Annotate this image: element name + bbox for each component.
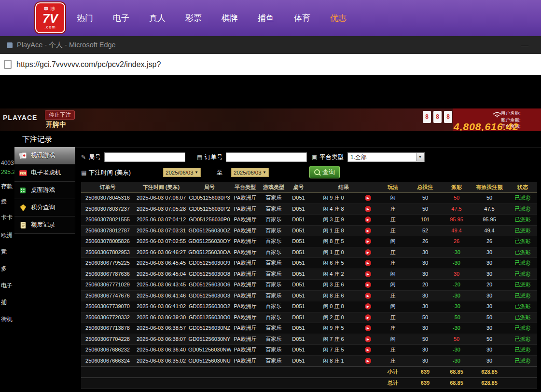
menu-item-credit-records[interactable]: 额度记录 bbox=[14, 216, 75, 234]
svg-text:777: 777 bbox=[20, 172, 26, 175]
cell-play: 闲 bbox=[378, 334, 408, 345]
cell-platform: PA欧洲厅 bbox=[231, 215, 260, 225]
date-to-field[interactable]: 2025/06/03 ▼ bbox=[231, 168, 269, 177]
replay-button[interactable]: ▶ bbox=[365, 325, 371, 331]
column-header: 有效投注额 bbox=[471, 182, 508, 192]
cell-valid-bet: 95.95 bbox=[471, 215, 508, 225]
result-text: 闲 4 庄 8 bbox=[309, 204, 358, 215]
table-row: 2506030780127872025-06-03 07:03:31GD0512… bbox=[81, 226, 537, 237]
minimize-button[interactable]: — bbox=[521, 41, 528, 49]
cell-play: 庄 bbox=[378, 258, 408, 269]
replay-button[interactable]: ▶ bbox=[365, 195, 371, 201]
cell-table: D051 bbox=[288, 193, 309, 203]
cell-platform: PA欧洲厅 bbox=[231, 204, 260, 215]
platform-icon: ▣ bbox=[312, 154, 317, 161]
cell-game: 百家乐 bbox=[260, 312, 288, 323]
bet-time-label: 下注时间 (美东) bbox=[89, 169, 131, 177]
menu-item-slots[interactable]: 777 电子老虎机 bbox=[14, 164, 75, 182]
cell-result: 闲 7 庄 6▶ bbox=[309, 334, 378, 345]
replay-button[interactable]: ▶ bbox=[365, 238, 371, 244]
menu-item-table-games[interactable]: 桌面游戏 bbox=[14, 182, 75, 199]
replay-button[interactable]: ▶ bbox=[365, 282, 371, 288]
menu-label: 桌面游戏 bbox=[31, 186, 55, 194]
menu-item-video-games[interactable]: 视讯游戏 bbox=[14, 147, 75, 164]
replay-button[interactable]: ▶ bbox=[365, 228, 371, 234]
nav-item-0[interactable]: 热门 bbox=[76, 13, 94, 24]
result-text: 闲 1 庄 0 bbox=[309, 247, 358, 258]
cell-status: 已派彩 bbox=[508, 236, 537, 247]
nav-item-2[interactable]: 真人 bbox=[149, 13, 166, 24]
nav-item-3[interactable]: 彩票 bbox=[185, 13, 202, 24]
table-row: 2506030677138782025-06-03 06:38:57GD0512… bbox=[81, 323, 537, 334]
platform-label: 平台类型 bbox=[319, 153, 344, 162]
cell-round: GD051256030NZ bbox=[188, 323, 231, 334]
column-header: 总投注 bbox=[408, 182, 443, 192]
cell-status: 已派彩 bbox=[508, 312, 537, 323]
nav-item-1[interactable]: 电子 bbox=[112, 13, 130, 24]
poker-cards-icon bbox=[18, 152, 28, 160]
cell-order: 250603067720332 bbox=[81, 312, 134, 323]
column-header: 结果 bbox=[309, 182, 378, 192]
menu-item-points-query[interactable]: 积分查询 bbox=[14, 199, 75, 216]
replay-button[interactable]: ▶ bbox=[365, 314, 371, 321]
platform-select[interactable]: 1.全部 ▼ bbox=[347, 152, 425, 162]
replay-button[interactable]: ▶ bbox=[365, 271, 371, 277]
cell-result: 闲 1 庄 8▶ bbox=[309, 226, 378, 236]
brand-logo-bottom: .com bbox=[44, 25, 56, 30]
nav-item-4[interactable]: 棋牌 bbox=[221, 13, 238, 24]
replay-button[interactable]: ▶ bbox=[365, 216, 371, 223]
search-button-label: 查询 bbox=[322, 168, 335, 176]
table-row: 2506030676862322025-06-03 06:36:40GD0512… bbox=[81, 345, 537, 356]
cell-table: D051 bbox=[288, 258, 309, 269]
replay-button[interactable]: ▶ bbox=[365, 249, 371, 256]
nav-item-6[interactable]: 体育 bbox=[293, 13, 311, 24]
address-bar[interactable]: https://gci.7vvvvvv.com/pc/pcv2/index.js… bbox=[0, 54, 541, 75]
replay-button[interactable]: ▶ bbox=[365, 293, 371, 299]
cell-game: 百家乐 bbox=[260, 247, 288, 258]
cell-total-bet: 50 bbox=[408, 204, 443, 215]
nav-item-5[interactable]: 捕鱼 bbox=[257, 13, 275, 24]
cell-time: 2025-06-03 06:39:30 bbox=[134, 312, 188, 323]
cell-payout: 30 bbox=[443, 269, 471, 280]
cell-payout: 95.95 bbox=[443, 215, 471, 225]
cell-order: 250603078045316 bbox=[81, 193, 134, 203]
brand-logo[interactable]: 申博 7V .com bbox=[35, 2, 65, 33]
cell-total-bet: 30 bbox=[408, 258, 443, 269]
column-header: 平台类型 bbox=[231, 182, 260, 192]
result-text: 闲 3 庄 6 bbox=[309, 280, 358, 290]
column-header: 游戏类型 bbox=[260, 182, 288, 192]
cell-time: 2025-06-03 06:46:27 bbox=[134, 247, 188, 258]
table-row: 2506030780453162025-06-03 07:06:07GD0512… bbox=[81, 193, 537, 204]
search-button[interactable]: 查询 bbox=[309, 166, 340, 178]
nav-item-7[interactable]: 优惠 bbox=[330, 13, 347, 24]
bg-fragment: 竞 bbox=[1, 248, 14, 256]
replay-button[interactable]: ▶ bbox=[365, 347, 371, 353]
cell-platform: PA欧洲厅 bbox=[231, 280, 260, 290]
replay-button[interactable]: ▶ bbox=[365, 206, 371, 212]
cell-result: 闲 4 庄 8▶ bbox=[309, 204, 378, 215]
order-input[interactable] bbox=[226, 152, 307, 162]
url-text[interactable]: https://gci.7vvvvvv.com/pc/pcv2/index.js… bbox=[16, 60, 161, 69]
replay-button[interactable]: ▶ bbox=[365, 303, 371, 310]
magnifier-icon bbox=[314, 169, 320, 175]
table-row: 2506030780215552025-06-03 07:04:12GD0512… bbox=[81, 215, 537, 226]
date-from-field[interactable]: 2025/06/03 ▼ bbox=[163, 168, 201, 177]
cell-order: 250603067666324 bbox=[81, 356, 134, 366]
cell-valid-bet: 49.4 bbox=[471, 226, 508, 236]
card-icon: 8 bbox=[433, 111, 442, 123]
result-text: 闲 8 庄 5 bbox=[309, 236, 358, 247]
cell-order: 250603067704228 bbox=[81, 334, 134, 345]
cell-time: 2025-06-03 07:03:31 bbox=[134, 226, 188, 236]
top-nav: 申博 7V .com 热门电子真人彩票棋牌捕鱼体育优惠 bbox=[0, 0, 541, 36]
spacer bbox=[81, 367, 378, 377]
replay-button[interactable]: ▶ bbox=[365, 336, 371, 342]
bg-fragment: 295.2 bbox=[1, 169, 14, 176]
replay-button[interactable]: ▶ bbox=[365, 358, 371, 364]
replay-button[interactable]: ▶ bbox=[365, 260, 371, 266]
cell-platform: PA欧洲厅 bbox=[231, 356, 260, 366]
cell-order: 250603078037237 bbox=[81, 204, 134, 215]
cell-game: 百家乐 bbox=[260, 226, 288, 236]
round-input[interactable] bbox=[104, 152, 185, 162]
cell-game: 百家乐 bbox=[260, 280, 288, 290]
cell-status: 已派彩 bbox=[508, 226, 537, 236]
